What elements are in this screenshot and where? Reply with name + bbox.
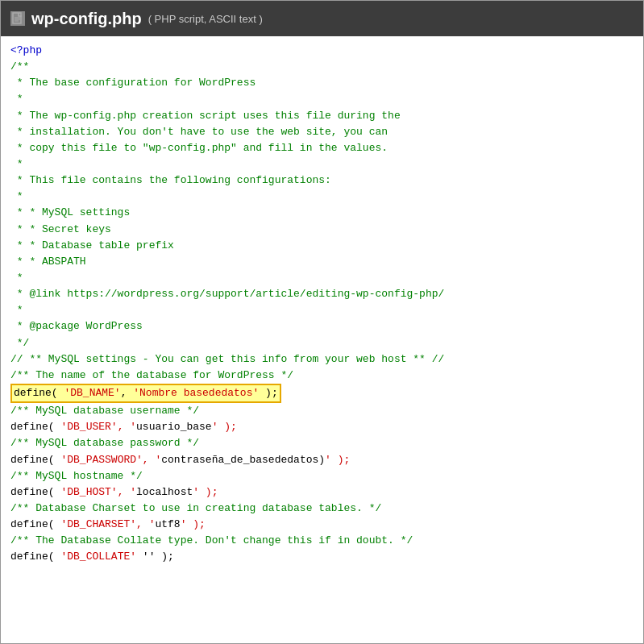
titlebar: wp-config.php ( PHP script, ASCII text ) <box>1 1 643 36</box>
code-line: * The wp-config.php creation script uses… <box>10 108 634 124</box>
code-content: <?php/** * The base configuration for Wo… <box>1 36 643 643</box>
code-line: /** MySQL database username */ <box>10 403 634 419</box>
code-line: * * ABSPATH <box>10 254 634 270</box>
code-line: * @link https://wordpress.org/support/ar… <box>10 286 634 302</box>
code-line: /** MySQL database password */ <box>10 435 634 451</box>
code-line: * <box>10 189 634 205</box>
code-line: define( 'DB_COLLATE' '' ); <box>10 549 634 565</box>
code-line: // ** MySQL settings - You can get this … <box>10 351 634 368</box>
code-line: /** The name of the database for WordPre… <box>10 368 634 384</box>
code-line: define( 'DB_HOST', 'localhost' ); <box>10 484 634 501</box>
code-line: * copy this file to "wp-config.php" and … <box>10 140 634 156</box>
code-line: define( 'DB_NAME', 'Nombre basededatos' … <box>10 384 634 403</box>
code-line: * <box>10 91 634 107</box>
code-line: * * Secret keys <box>10 222 634 238</box>
file-type-label: ( PHP script, ASCII text ) <box>148 13 263 25</box>
code-line: * * MySQL settings <box>10 205 634 221</box>
code-line: * <box>10 302 634 318</box>
code-line: /** Database Charset to use in creating … <box>10 501 634 517</box>
code-line: * @package WordPress <box>10 318 634 334</box>
code-line: <?php <box>10 43 634 59</box>
code-line: * This file contains the following confi… <box>10 172 634 189</box>
code-line: * The base configuration for WordPress <box>10 75 634 91</box>
code-line: define( 'DB_USER', 'usuario_base' ); <box>10 419 634 435</box>
code-line: */ <box>10 335 634 351</box>
code-line: /** The Database Collate type. Don't cha… <box>10 533 634 549</box>
file-viewer-window: wp-config.php ( PHP script, ASCII text )… <box>0 0 644 644</box>
file-title: wp-config.php <box>31 10 142 28</box>
code-line: * * Database table prefix <box>10 238 634 254</box>
code-line: * installation. You don't have to use th… <box>10 124 634 140</box>
code-line: /** MySQL hostname */ <box>10 468 634 484</box>
code-line: /** <box>10 59 634 75</box>
code-line: define( 'DB_PASSWORD', 'contraseña_de_ba… <box>10 452 634 468</box>
code-line: * <box>10 156 634 172</box>
code-line: * <box>10 270 634 286</box>
code-line: define( 'DB_CHARSET', 'utf8' ); <box>10 517 634 533</box>
file-icon <box>10 11 25 26</box>
